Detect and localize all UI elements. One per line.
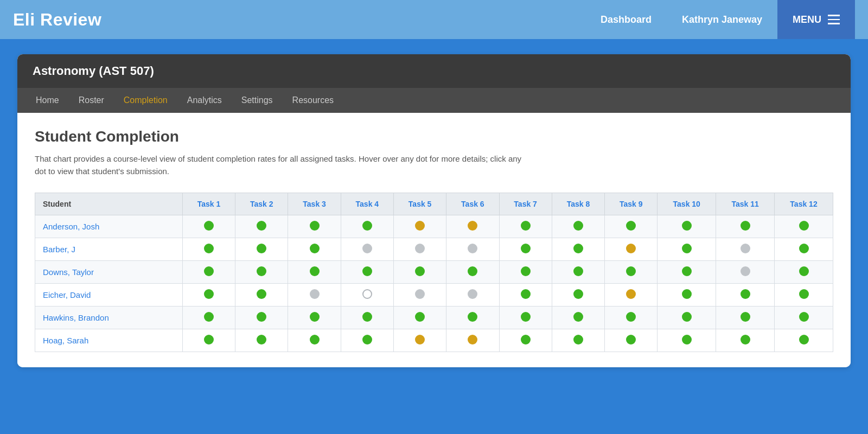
dot-green[interactable] (573, 312, 583, 322)
dashboard-link[interactable]: Dashboard (585, 14, 667, 25)
dot-green[interactable] (257, 221, 266, 231)
dot-green[interactable] (741, 289, 750, 299)
dot-green[interactable] (741, 312, 750, 322)
dot-green[interactable] (310, 221, 320, 231)
dot-green[interactable] (799, 312, 809, 322)
dot-green[interactable] (204, 244, 214, 253)
dot-green[interactable] (310, 312, 320, 322)
dot-green[interactable] (362, 221, 372, 231)
col-task4: Task 4 (341, 193, 393, 215)
dot-yellow[interactable] (626, 244, 636, 253)
dot-yellow[interactable] (415, 335, 425, 344)
tab-roster[interactable]: Roster (69, 88, 114, 113)
dot-green[interactable] (362, 312, 372, 322)
user-menu[interactable]: Kathryn Janeway (667, 14, 777, 25)
tab-analytics[interactable]: Analytics (177, 88, 232, 113)
tab-home[interactable]: Home (26, 88, 69, 113)
dot-green[interactable] (799, 266, 809, 276)
dot-green[interactable] (573, 335, 583, 344)
tab-resources[interactable]: Resources (283, 88, 343, 113)
dot-green[interactable] (521, 244, 531, 253)
dot-gray[interactable] (415, 244, 425, 253)
dot-green[interactable] (204, 335, 214, 344)
dot-yellow[interactable] (468, 335, 477, 344)
task-cell-r3-t3 (341, 284, 393, 307)
col-task10: Task 10 (658, 193, 716, 215)
dot-green[interactable] (204, 312, 214, 322)
dot-green[interactable] (741, 221, 750, 231)
dot-gray[interactable] (362, 244, 372, 253)
dot-green[interactable] (362, 266, 372, 276)
dot-green[interactable] (521, 335, 531, 344)
dot-green[interactable] (468, 266, 477, 276)
student-name-cell[interactable]: Hawkins, Brandon (35, 307, 183, 329)
task-cell-r1-t5 (446, 238, 499, 261)
dot-green[interactable] (257, 312, 266, 322)
student-name-cell[interactable]: Hoag, Sarah (35, 329, 183, 352)
dot-green[interactable] (573, 289, 583, 299)
dot-green[interactable] (682, 266, 692, 276)
dot-green[interactable] (257, 266, 266, 276)
task-cell-r2-t10 (716, 261, 775, 284)
dot-green[interactable] (682, 244, 692, 253)
dot-green[interactable] (573, 244, 583, 253)
dot-green[interactable] (799, 221, 809, 231)
dot-green[interactable] (362, 335, 372, 344)
dot-green[interactable] (799, 335, 809, 344)
dot-green[interactable] (257, 244, 266, 253)
dot-green[interactable] (626, 266, 636, 276)
dot-green[interactable] (415, 266, 425, 276)
dot-yellow[interactable] (415, 221, 425, 231)
dot-green[interactable] (204, 221, 214, 231)
task-cell-r2-t9 (658, 261, 716, 284)
dot-green[interactable] (682, 312, 692, 322)
dot-green[interactable] (257, 289, 266, 299)
task-cell-r5-t10 (716, 329, 775, 352)
dot-green[interactable] (799, 244, 809, 253)
dot-gray[interactable] (415, 289, 425, 299)
dot-green[interactable] (682, 335, 692, 344)
dot-yellow[interactable] (468, 221, 477, 231)
header: Eli Review Dashboard Kathryn Janeway MEN… (0, 0, 868, 39)
task-cell-r3-t11 (775, 284, 833, 307)
dot-green[interactable] (626, 335, 636, 344)
dot-empty[interactable] (362, 289, 372, 299)
dot-gray[interactable] (741, 266, 750, 276)
dot-green[interactable] (310, 335, 320, 344)
dot-green[interactable] (468, 312, 477, 322)
task-cell-r5-t7 (552, 329, 604, 352)
dot-green[interactable] (310, 266, 320, 276)
dot-green[interactable] (204, 289, 214, 299)
task-cell-r3-t0 (182, 284, 235, 307)
dot-green[interactable] (682, 221, 692, 231)
dot-yellow[interactable] (626, 289, 636, 299)
dot-green[interactable] (573, 221, 583, 231)
student-name-cell[interactable]: Anderson, Josh (35, 215, 183, 238)
student-name-cell[interactable]: Downs, Taylor (35, 261, 183, 284)
menu-button[interactable]: MENU (777, 0, 855, 39)
dot-green[interactable] (521, 289, 531, 299)
dot-gray[interactable] (741, 244, 750, 253)
task-cell-r0-t2 (288, 215, 341, 238)
dot-green[interactable] (204, 266, 214, 276)
dot-green[interactable] (257, 335, 266, 344)
dot-green[interactable] (521, 266, 531, 276)
dot-gray[interactable] (310, 289, 320, 299)
dot-green[interactable] (626, 221, 636, 231)
dot-green[interactable] (573, 266, 583, 276)
dot-gray[interactable] (468, 244, 477, 253)
col-task6: Task 6 (446, 193, 499, 215)
dot-gray[interactable] (468, 289, 477, 299)
tab-settings[interactable]: Settings (232, 88, 283, 113)
tab-completion[interactable]: Completion (114, 88, 177, 113)
dot-green[interactable] (521, 312, 531, 322)
dot-green[interactable] (626, 312, 636, 322)
dot-green[interactable] (415, 312, 425, 322)
dot-green[interactable] (799, 289, 809, 299)
student-name-cell[interactable]: Eicher, David (35, 284, 183, 307)
student-name-cell[interactable]: Barber, J (35, 238, 183, 261)
dot-green[interactable] (521, 221, 531, 231)
dot-green[interactable] (682, 289, 692, 299)
dot-green[interactable] (310, 244, 320, 253)
dot-green[interactable] (741, 335, 750, 344)
